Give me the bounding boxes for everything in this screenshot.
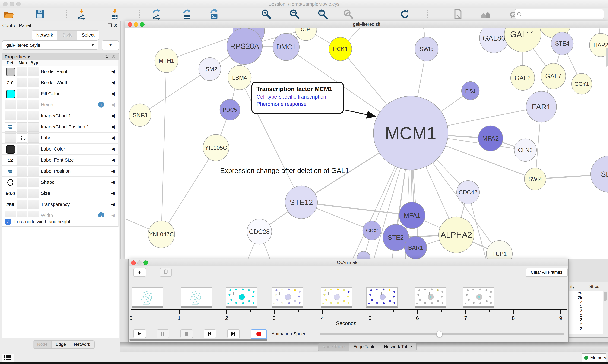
mapping-cell[interactable] [17, 200, 28, 209]
network-window-titlebar[interactable]: galFiltered.sif [125, 21, 608, 28]
skip-end-button[interactable] [227, 329, 240, 338]
mapping-cell[interactable] [17, 156, 28, 165]
expand-row-icon[interactable]: ◀ [111, 135, 115, 140]
network-vscrollbar[interactable] [606, 48, 608, 66]
style-tab-node[interactable]: Node [33, 341, 52, 348]
bypass-cell[interactable] [28, 111, 39, 120]
network-node-YNL047C[interactable]: YNL047C [148, 221, 175, 248]
mapping-cell[interactable] [17, 111, 28, 120]
table-row[interactable]: 26 [569, 291, 603, 296]
expand-all-icon[interactable] [104, 54, 110, 59]
bypass-cell[interactable] [28, 67, 39, 76]
timeline-frame-2[interactable] [181, 287, 212, 308]
default-value-cell[interactable]: 50.0 [5, 189, 16, 198]
network-node-SWI5[interactable]: SWI5 [415, 37, 438, 61]
style-tab-edge[interactable]: Edge [52, 341, 70, 348]
network-canvas[interactable]: DCP1RPS28ADMC1PCK1SWI5GAL80GAL11STE4HAP2… [125, 28, 608, 259]
default-value-cell[interactable] [5, 167, 16, 176]
frames-timeline[interactable]: 0123456789 Seconds [129, 278, 568, 325]
import-table-icon[interactable] [109, 9, 120, 20]
tab-network-table[interactable]: Network Table [380, 343, 416, 351]
annotation-link-2[interactable]: Pheromone response [257, 101, 343, 107]
bypass-cell[interactable] [28, 167, 39, 176]
zoom-in-icon[interactable] [261, 9, 272, 20]
expand-row-icon[interactable]: ◀ [111, 202, 115, 207]
play-button[interactable] [134, 329, 146, 338]
style-options-button[interactable]: ▼ [102, 40, 119, 50]
style-dropdown[interactable]: galFiltered Style▼ [2, 40, 98, 50]
info-icon[interactable]: i [98, 102, 104, 107]
collapse-all-icon[interactable] [111, 54, 116, 59]
mapping-cell[interactable] [17, 78, 28, 87]
bypass-cell[interactable] [28, 144, 39, 154]
network-node-RPS28A[interactable]: RPS28A [227, 28, 262, 64]
network-node-STE12[interactable]: STE12 [285, 186, 318, 219]
default-value-cell[interactable]: 12 [5, 156, 16, 165]
timeline-frame-4[interactable] [272, 287, 303, 308]
network-edge[interactable] [161, 148, 216, 234]
network-node-SWI4[interactable]: SWI4 [525, 168, 546, 190]
network-node-BAR1[interactable]: BAR1 [404, 236, 427, 259]
lock-size-checkbox[interactable]: ✓ [5, 219, 11, 224]
default-value-cell[interactable] [5, 144, 16, 154]
network-node-MTH1[interactable]: MTH1 [155, 49, 178, 73]
table-column-connectivity[interactable]: ity [570, 284, 575, 289]
network-node-TUP1[interactable]: TUP1 [486, 241, 512, 259]
export-image-icon[interactable] [209, 9, 220, 20]
network-edge[interactable] [161, 61, 166, 234]
table-row[interactable]: 25 [569, 296, 603, 300]
tab-node-table[interactable]: Node Table [318, 343, 349, 351]
zoom-out-icon[interactable] [289, 9, 300, 20]
export-table-icon[interactable] [181, 9, 193, 20]
mapping-cell[interactable] [17, 189, 28, 198]
timeline-frame-6[interactable] [366, 287, 398, 308]
tab-edge-table[interactable]: Edge Table [349, 343, 380, 351]
network-node-DMC1[interactable]: DMC1 [273, 33, 299, 61]
import-network-icon[interactable] [76, 9, 87, 20]
mapping-cell[interactable] [17, 67, 28, 76]
expand-row-icon[interactable]: ◀ [111, 69, 115, 74]
bypass-cell[interactable] [28, 78, 39, 87]
search-input[interactable] [515, 9, 604, 19]
tab-select[interactable]: Select [77, 31, 99, 39]
close-panel-icon[interactable]: ✘ [114, 23, 118, 28]
mapping-cell[interactable] [17, 144, 28, 154]
network-node-CDC28[interactable]: CDC28 [247, 219, 272, 244]
default-value-cell[interactable] [5, 178, 16, 187]
timeline-frame-5[interactable] [321, 287, 352, 308]
default-value-cell[interactable] [5, 122, 16, 131]
task-history-button[interactable] [1, 353, 14, 363]
skip-start-button[interactable] [204, 329, 216, 338]
pause-button[interactable] [157, 329, 169, 338]
network-node-LSM4[interactable]: LSM4 [228, 65, 251, 90]
network-node-GAL2[interactable]: GAL2 [511, 65, 535, 91]
network-node-STE4[interactable]: STE4 [551, 32, 573, 55]
mapping-cell[interactable]: ⋮› [17, 133, 28, 143]
expand-row-icon[interactable]: ◀ [111, 191, 115, 196]
clear-all-frames-button[interactable]: Clear All Frames [525, 268, 568, 277]
zoom-selected-icon[interactable] [343, 9, 354, 20]
default-value-cell[interactable] [5, 67, 16, 76]
expand-row-icon[interactable]: ◀ [111, 169, 115, 174]
delete-frame-button[interactable] [160, 268, 172, 277]
bypass-cell[interactable] [28, 189, 39, 198]
expand-row-icon[interactable]: ◀ [111, 124, 115, 129]
network-node-GIC2[interactable]: GIC2 [363, 221, 381, 240]
record-button[interactable] [251, 329, 267, 339]
zoom-fit-icon[interactable] [317, 9, 328, 20]
network-node-ALPHA2[interactable]: ALPHA2 [439, 217, 474, 253]
network-node-GAL11[interactable]: GAL11 [504, 28, 541, 52]
network-file-icon[interactable] [452, 9, 463, 20]
bypass-cell[interactable] [28, 200, 39, 209]
bypass-cell[interactable] [28, 100, 39, 109]
export-network-icon[interactable] [151, 9, 162, 20]
expand-row-icon[interactable]: ◀ [111, 91, 115, 96]
bypass-cell[interactable] [28, 133, 39, 143]
style-tab-network[interactable]: Network [70, 341, 94, 348]
network-node-ppart[interactable] [357, 251, 370, 259]
expand-row-icon[interactable]: ◀ [111, 146, 115, 152]
default-value-cell[interactable] [5, 100, 16, 109]
network-node-CDC42[interactable]: CDC42 [457, 181, 479, 204]
network-node-PCK1[interactable]: PCK1 [329, 37, 352, 61]
network-node-DCP1[interactable]: DCP1 [295, 28, 317, 41]
